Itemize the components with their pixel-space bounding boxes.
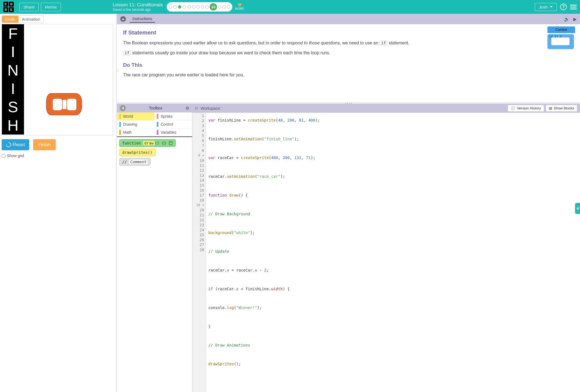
level-dot[interactable] [173, 5, 177, 9]
code-editor[interactable]: 123456789 ▾10111213141516171819 ▾2021222… [192, 113, 580, 392]
level-diamond[interactable] [178, 5, 182, 9]
game-stage: F I N I S H [2, 24, 113, 135]
level-dot[interactable] [192, 5, 195, 9]
category-color-bar [157, 130, 158, 135]
reset-icon [5, 141, 12, 148]
level-dot[interactable] [205, 5, 209, 9]
current-level-badge[interactable]: 10 [210, 3, 217, 10]
level-dot[interactable] [218, 5, 221, 9]
level-dot[interactable] [227, 5, 230, 9]
category-color-bar [157, 114, 158, 119]
instruction-paragraph: if statements usually go inside your dra… [123, 50, 574, 56]
lesson-info: Lesson 11: Conditionals Saved a few seco… [113, 2, 163, 12]
tab-code[interactable]: Code [2, 16, 18, 23]
save-status: Saved a few seconds ago [113, 8, 163, 12]
block-draw-sprites[interactable]: drawSprites() [119, 149, 156, 156]
level-progress[interactable]: 10 [167, 2, 232, 12]
show-grid-checkbox[interactable] [2, 154, 5, 158]
instruction-paragraph: The race car program you wrote earlier i… [123, 72, 574, 78]
lesson-title: Lesson 11: Conditionals [113, 2, 163, 8]
workspace-title: Workspace: [201, 106, 221, 111]
block-function-draw[interactable]: function draw() {} → [119, 139, 176, 147]
control-block-preview: Control if () { [547, 26, 575, 49]
race-car-sprite [46, 93, 82, 115]
workspace-panel: ⧉ Workspace: 🕘 Version History ▤ Show Bl… [192, 104, 580, 392]
show-blocks-button[interactable]: ▤ Show Blocks [546, 105, 577, 112]
category-color-bar [119, 130, 121, 135]
clock-icon: 🕘 [511, 106, 515, 110]
share-button[interactable]: Share [19, 3, 39, 11]
hamburger-icon[interactable] [570, 5, 577, 9]
toolbox-category-math[interactable]: Math [117, 128, 155, 136]
level-dot[interactable] [201, 5, 204, 9]
remix-button[interactable]: Remix [41, 3, 61, 11]
help-icon[interactable]: ? [560, 4, 567, 10]
category-color-bar [119, 114, 121, 119]
finish-button[interactable]: Finish [33, 139, 55, 150]
finish-line-sprite: F I N I S H [2, 24, 24, 135]
category-label: Drawing [123, 122, 137, 127]
level-dot[interactable] [196, 5, 200, 9]
level-dot[interactable] [183, 5, 186, 9]
instruction-heading: If Statement [123, 28, 574, 37]
control-category-label: Control [547, 26, 575, 33]
category-label: Variables [161, 130, 176, 135]
instructions-header: Instructions 🔊 ▶ [117, 14, 580, 24]
instruction-paragraph: The Boolean expressions you used earlier… [123, 40, 574, 46]
instructions-body: Control if () { If Statement The Boolean… [117, 24, 580, 102]
category-label: Math [123, 130, 132, 135]
code-org-logo[interactable]: C O D E [3, 2, 14, 12]
category-color-bar [157, 122, 158, 127]
user-name: Josh [539, 5, 548, 9]
category-label: Sprites [161, 114, 173, 119]
block-comment[interactable]: // Comment [119, 158, 151, 166]
category-label: Control [161, 122, 173, 127]
toolbox-category-sprites[interactable]: Sprites [155, 112, 192, 120]
expand-panel-icon[interactable] [575, 203, 580, 214]
collapse-icon[interactable] [120, 16, 126, 22]
left-tabs: Code Animation [2, 15, 44, 23]
tab-instructions[interactable]: Instructions [130, 15, 155, 23]
toolbox-category-world[interactable]: World [117, 112, 155, 120]
code-content[interactable]: var finishLine = createSprite(40, 200, 8… [206, 113, 322, 392]
toolbox-category-variables[interactable]: Variables [155, 128, 192, 136]
toolbox-category-drawing[interactable]: Drawing [117, 120, 155, 128]
caret-down-icon [550, 6, 553, 8]
play-icon[interactable]: ▶ [573, 17, 577, 22]
category-label: World [123, 114, 133, 119]
toolbox-title: Toolbox [126, 106, 185, 110]
caret-down-icon [238, 4, 242, 7]
show-grid-toggle[interactable]: Show grid [2, 154, 114, 158]
volume-icon[interactable]: 🔊 [564, 17, 570, 22]
user-menu-button[interactable]: Josh [535, 3, 557, 11]
category-color-bar [119, 122, 121, 127]
level-dot[interactable] [222, 5, 226, 9]
toolbox-category-control[interactable]: Control [155, 120, 192, 128]
more-levels[interactable]: MORE [235, 4, 244, 10]
blocks-icon: ▤ [549, 106, 552, 110]
tab-animation[interactable]: Animation [18, 16, 44, 23]
line-gutter: 123456789 ▾10111213141516171819 ▾2021222… [192, 113, 206, 392]
reset-button[interactable]: Reset [2, 139, 29, 150]
gear-icon[interactable]: ⚙ [185, 106, 189, 111]
level-dot[interactable] [169, 5, 172, 9]
do-this-heading: Do This [123, 61, 574, 69]
level-diamond[interactable] [187, 5, 191, 9]
toolbox-panel: Toolbox ⚙ WorldSpritesDrawingControlMath… [117, 104, 192, 392]
version-history-button[interactable]: 🕘 Version History [508, 105, 544, 112]
toolbox-back-icon[interactable] [120, 105, 126, 111]
link-icon: ⧉ [195, 106, 198, 111]
